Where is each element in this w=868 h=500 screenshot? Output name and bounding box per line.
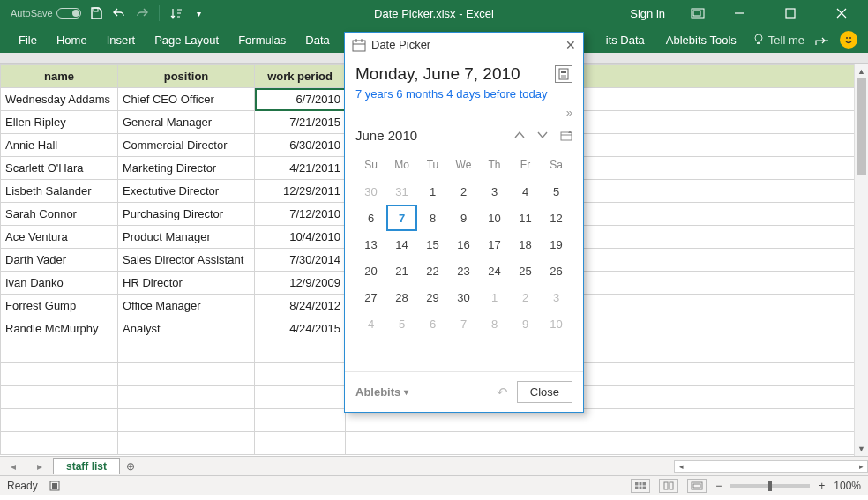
calendar-day[interactable]: 2: [448, 178, 479, 205]
calendar-day[interactable]: 11: [510, 205, 541, 231]
calendar-day[interactable]: 1: [417, 178, 448, 205]
tab-ablebits-data[interactable]: its Data: [601, 34, 650, 47]
calendar-day[interactable]: 9: [448, 205, 479, 231]
cell-date[interactable]: 4/24/2015: [255, 317, 346, 340]
calendar-day[interactable]: 14: [386, 231, 417, 257]
cell-name[interactable]: Sarah Connor: [1, 203, 118, 226]
sign-in-link[interactable]: Sign in: [630, 7, 665, 20]
calendar-day[interactable]: 17: [479, 231, 510, 257]
calendar-day[interactable]: 13: [355, 231, 386, 257]
calendar-day[interactable]: 18: [510, 231, 541, 257]
calendar-day[interactable]: 4: [510, 178, 541, 205]
cell-date[interactable]: 8/24/2012: [255, 295, 346, 317]
feedback-icon[interactable]: [840, 31, 857, 49]
scroll-down-arrow[interactable]: ▼: [855, 442, 868, 456]
calendar-day[interactable]: 29: [417, 284, 448, 310]
cell-position[interactable]: HR Director: [118, 272, 255, 295]
calendar-day[interactable]: 3: [479, 178, 510, 205]
cell-date[interactable]: 12/9/2009: [255, 272, 346, 295]
tab-file[interactable]: File: [9, 26, 47, 53]
date-difference-link[interactable]: 7 years 6 months 4 days before today: [355, 87, 572, 101]
pane-undo-icon[interactable]: ↶: [497, 384, 508, 400]
undo-icon[interactable]: [111, 5, 127, 21]
tab-formulas[interactable]: Formulas: [228, 26, 296, 53]
vertical-scrollbar[interactable]: ▲ ▼: [854, 64, 868, 456]
cell-position[interactable]: Purchasing Director: [118, 203, 255, 226]
cell-date[interactable]: 12/29/2011: [255, 180, 346, 203]
hscroll-left-arrow[interactable]: ◂: [675, 462, 687, 471]
sort-icon[interactable]: [168, 5, 184, 21]
calendar-day[interactable]: 10: [541, 310, 572, 337]
cell-name[interactable]: Randle McMurphy: [1, 317, 118, 340]
cell-name[interactable]: Scarlett O'Hara: [1, 157, 118, 180]
month-year-label[interactable]: June 2010: [355, 128, 417, 143]
next-month-icon[interactable]: [537, 131, 548, 141]
macro-record-icon[interactable]: [49, 480, 61, 492]
expand-chevron-icon[interactable]: »: [566, 106, 572, 119]
close-window-button[interactable]: [824, 0, 859, 26]
calendar-day[interactable]: 30: [448, 284, 479, 310]
cell-position[interactable]: Product Manager: [118, 226, 255, 249]
calendar-day[interactable]: 5: [541, 178, 572, 205]
cell-date[interactable]: 7/12/2010: [255, 203, 346, 226]
cell-position[interactable]: Exectutive Director: [118, 180, 255, 203]
column-header[interactable]: name: [1, 65, 118, 88]
cell-position[interactable]: Analyst: [118, 317, 255, 340]
calendar-day[interactable]: 16: [448, 231, 479, 257]
prev-month-icon[interactable]: [514, 131, 525, 141]
zoom-slider[interactable]: [730, 484, 810, 488]
calendar-day[interactable]: 24: [479, 257, 510, 284]
ablebits-menu[interactable]: Ablebits▾: [355, 385, 408, 399]
calendar-day[interactable]: 6: [355, 205, 386, 231]
calendar-day[interactable]: 4: [355, 310, 386, 337]
tab-page-layout[interactable]: Page Layout: [145, 26, 228, 53]
cell-position[interactable]: Chief CEO Officer: [118, 88, 255, 111]
calendar-day[interactable]: 10: [479, 205, 510, 231]
calendar-day[interactable]: 26: [541, 257, 572, 284]
cell-name[interactable]: Ellen Ripley: [1, 111, 118, 134]
view-page-layout-button[interactable]: [659, 479, 678, 493]
calendar-day[interactable]: 19: [541, 231, 572, 257]
calendar-day[interactable]: 27: [355, 284, 386, 310]
calendar-day[interactable]: 9: [510, 310, 541, 337]
minimize-button[interactable]: [722, 0, 757, 26]
scroll-thumb[interactable]: [857, 78, 866, 175]
calendar-day[interactable]: 30: [355, 178, 386, 205]
autosave-toggle[interactable]: AutoSave: [11, 8, 81, 19]
horizontal-scrollbar[interactable]: ◂ ▸: [674, 460, 868, 473]
cell-date[interactable]: 6/7/2010: [255, 88, 346, 111]
new-sheet-button[interactable]: ⊕: [120, 460, 141, 473]
cell-date[interactable]: 10/4/2010: [255, 226, 346, 249]
cell-name[interactable]: Annie Hall: [1, 134, 118, 157]
cell-date[interactable]: 4/21/2011: [255, 157, 346, 180]
calendar-day[interactable]: 31: [386, 178, 417, 205]
scroll-up-arrow[interactable]: ▲: [855, 64, 868, 78]
tell-me-search[interactable]: Tell me: [752, 34, 804, 47]
cell-position[interactable]: Marketing Director: [118, 157, 255, 180]
calendar-day[interactable]: 1: [479, 284, 510, 310]
calendar-day[interactable]: 7: [386, 205, 417, 231]
calendar-day[interactable]: 2: [510, 284, 541, 310]
hscroll-right-arrow[interactable]: ▸: [855, 462, 867, 471]
cell-date[interactable]: 7/21/2015: [255, 111, 346, 134]
column-header[interactable]: work period: [255, 65, 346, 88]
cell-name[interactable]: Ace Ventura: [1, 226, 118, 249]
calendar-day[interactable]: 22: [417, 257, 448, 284]
cell-date[interactable]: 6/30/2010: [255, 134, 346, 157]
pane-close-button[interactable]: Close: [517, 381, 572, 403]
cell-date[interactable]: 7/30/2014: [255, 249, 346, 272]
zoom-percent[interactable]: 100%: [834, 480, 861, 492]
tab-insert[interactable]: Insert: [97, 26, 146, 53]
today-icon[interactable]: [560, 131, 572, 141]
column-header[interactable]: position: [118, 65, 255, 88]
tab-ablebits-tools[interactable]: Ablebits Tools: [661, 34, 742, 47]
share-icon[interactable]: [815, 34, 829, 46]
cell-name[interactable]: Forrest Gump: [1, 295, 118, 317]
cell-position[interactable]: Sales Director Assistant: [118, 249, 255, 272]
cell-name[interactable]: Ivan Danko: [1, 272, 118, 295]
cell-position[interactable]: Commercial Director: [118, 134, 255, 157]
maximize-button[interactable]: [773, 0, 808, 26]
sheet-tab-active[interactable]: staff list: [53, 458, 120, 474]
calendar-day[interactable]: 3: [541, 284, 572, 310]
view-page-break-button[interactable]: [687, 479, 707, 493]
